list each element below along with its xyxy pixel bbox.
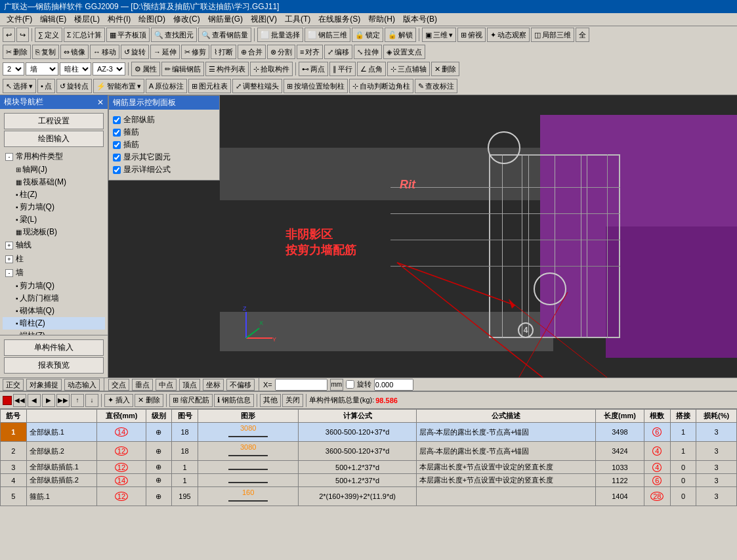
btn-perp[interactable]: 垂点	[132, 379, 153, 391]
btn-check-mark[interactable]: ✎ 查改标注	[415, 79, 457, 93]
sidebar-close-icon[interactable]: ✕	[97, 98, 104, 107]
tree-hidden-column[interactable]: ▪ 暗柱(Z)	[3, 317, 105, 330]
table-container[interactable]: 筋号 直径(mm) 级别 图号 图形 计算公式 公式描述 长度(mm) 根数 搭…	[0, 409, 737, 526]
btn-nav-next[interactable]: ▶	[42, 394, 55, 407]
tree-beam[interactable]: ▪ 梁(L)	[3, 213, 105, 226]
tree-axis-section[interactable]: + 轴线	[3, 238, 105, 252]
btn-break[interactable]: ⌇ 打断	[211, 45, 236, 59]
btn-other[interactable]: 其他	[260, 394, 281, 407]
table-row[interactable]: 4全部纵筋插筋.214⊕1500+1.2*37*d本层露出长度+节点设置中设定的…	[1, 474, 737, 487]
btn-calculate[interactable]: Σ 汇总计算	[64, 28, 105, 42]
btn-two-point[interactable]: ⊷ 两点	[299, 62, 328, 76]
menu-draw[interactable]: 绘图(D)	[135, 12, 169, 26]
btn-merge[interactable]: ⊕ 合并	[238, 45, 266, 59]
btn-vertex[interactable]: 顶点	[179, 379, 200, 391]
btn-undo[interactable]: ↩	[3, 28, 15, 42]
btn-delete[interactable]: ✂ 删除	[3, 45, 31, 59]
tree-civil-defense[interactable]: ▪ 人防门框墙	[3, 292, 105, 305]
btn-rotate[interactable]: ↺ 旋转	[121, 45, 149, 59]
floor-type-select[interactable]: 墙	[26, 62, 58, 75]
btn-parallel[interactable]: ∥ 平行	[329, 62, 356, 76]
btn-adjust-column[interactable]: ⤢ 调整柱端头	[232, 79, 282, 93]
menu-edit[interactable]: 编辑(E)	[36, 12, 70, 26]
btn-coord[interactable]: 坐标	[203, 379, 224, 391]
sidebar-eng-draw[interactable]: 绘图输入	[4, 131, 104, 147]
btn-delete-axis[interactable]: ✕ 删除	[431, 62, 459, 76]
btn-full[interactable]: 全	[576, 28, 589, 42]
btn-table-delete[interactable]: ✕ 删除	[135, 394, 163, 407]
btn-point-draw[interactable]: • 点	[37, 79, 55, 93]
btn-edit-rebar[interactable]: ✏ 编辑钢筋	[161, 62, 204, 76]
btn-nav-last[interactable]: ▶▶	[56, 394, 70, 407]
menu-view[interactable]: 视图(V)	[247, 12, 281, 26]
btn-point-angle[interactable]: ∠ 点角	[357, 62, 386, 76]
component-type-select[interactable]: 暗柱	[60, 62, 91, 75]
tree-axis[interactable]: ⊞ 轴网(J)	[3, 163, 105, 176]
btn-editshift[interactable]: ⤢ 编移	[324, 45, 352, 59]
tree-end-column[interactable]: ▪ 端柱(Z)	[3, 330, 105, 335]
cb-insert-input[interactable]	[113, 141, 121, 149]
menu-online[interactable]: 在线服务(S)	[314, 12, 364, 26]
btn-dynamic-view[interactable]: ✦ 动态观察	[487, 28, 530, 42]
btn-unlock[interactable]: 🔓 解锁	[385, 28, 416, 42]
tree-shear-wall-2[interactable]: ▪ 剪力墙(Q)	[3, 280, 105, 292]
btn-draw-column[interactable]: ⊞ 按墙位置绘制柱	[284, 79, 348, 93]
cb-all-rebar-input[interactable]	[113, 116, 121, 124]
tree-common-types[interactable]: - 常用构件类型	[3, 150, 105, 163]
btn-single-input[interactable]: 单构件输入	[4, 339, 104, 356]
btn-define[interactable]: ∑ 定义	[35, 28, 62, 42]
tree-wall-section[interactable]: - 墙	[3, 266, 105, 280]
table-row[interactable]: 2全部纵筋.212⊕1830803600-500-120+37*d层高-本层的露…	[1, 442, 737, 461]
btn-dynamic-input[interactable]: 动态输入	[64, 379, 100, 391]
table-row[interactable]: 1全部纵筋.114⊕1830803600-500-120+37*d层高-本层的露…	[1, 423, 737, 442]
tree-masonry-wall[interactable]: ▪ 砌体墙(Q)	[3, 305, 105, 317]
btn-scale-rebar[interactable]: ⊞ 缩尺配筋	[169, 394, 213, 407]
btn-no-offset[interactable]: 不偏移	[226, 379, 255, 391]
btn-report-preview[interactable]: 报表预览	[4, 357, 104, 374]
menu-component[interactable]: 构件(I)	[104, 12, 135, 26]
menu-help[interactable]: 帮助(H)	[364, 12, 399, 26]
btn-midpoint[interactable]: 中点	[156, 379, 177, 391]
btn-original-mark[interactable]: A 原位标注	[146, 79, 187, 93]
btn-rebar-info[interactable]: ℹ 钢筋信息	[214, 394, 254, 407]
menu-file[interactable]: 文件(F)	[3, 12, 36, 26]
btn-three-point[interactable]: ⊹ 三点辅轴	[387, 62, 430, 76]
btn-nav-prev[interactable]: ◀	[28, 394, 41, 407]
btn-align[interactable]: ≡ 对齐	[297, 45, 323, 59]
btn-top-view[interactable]: ⊞ 俯视	[457, 28, 486, 42]
rotate-input[interactable]	[374, 379, 413, 391]
btn-find[interactable]: 🔍 查找图元	[151, 28, 197, 42]
btn-split[interactable]: ⊗ 分割	[267, 45, 295, 59]
btn-insert[interactable]: ✦ 插入	[104, 394, 133, 407]
x-input[interactable]	[275, 379, 327, 391]
btn-local-3d[interactable]: ◫ 局部三维	[531, 28, 574, 42]
btn-move[interactable]: ↔ 移动	[90, 45, 119, 59]
btn-intersection[interactable]: 交点	[108, 379, 129, 391]
btn-property[interactable]: ⚙ 属性	[131, 62, 160, 76]
tree-raft[interactable]: ▦ 筏板基础(M)	[3, 176, 105, 188]
btn-mirror[interactable]: ⇔ 镜像	[60, 45, 89, 59]
rotate-checkbox[interactable]	[346, 380, 354, 389]
menu-version[interactable]: 版本号(B)	[399, 12, 441, 26]
cb-formula-input[interactable]	[113, 166, 121, 174]
btn-copy[interactable]: ⎘ 复制	[32, 45, 59, 59]
table-row[interactable]: 5箍筋.112⊕1951602*(160+399)+2*(11.9*d)1404…	[1, 487, 737, 506]
tree-column[interactable]: ▪ 柱(Z)	[3, 188, 105, 201]
btn-rebar-3d[interactable]: ⬜ 钢筋三维	[305, 28, 350, 42]
az-select[interactable]: AZ-3	[93, 62, 125, 75]
btn-select[interactable]: ↖ 选择 ▾	[3, 79, 36, 93]
btn-orthogonal[interactable]: 正交	[3, 379, 24, 391]
btn-obj-snap[interactable]: 对象捕捉	[26, 379, 62, 391]
tree-slab[interactable]: ▦ 现浇板(B)	[3, 226, 105, 238]
btn-level-top[interactable]: ▦ 平齐板顶	[106, 28, 150, 42]
btn-lock[interactable]: 🔒 锁定	[352, 28, 383, 42]
floor-select[interactable]: 2	[3, 62, 24, 75]
btn-nav-down[interactable]: ↓	[85, 394, 98, 407]
table-row[interactable]: 3全部纵筋插筋.112⊕1500+1.2*37*d本层露出长度+节点设置中设定的…	[1, 461, 737, 474]
btn-smart-layout[interactable]: ⚡ 智能布置 ▾	[93, 79, 144, 93]
menu-rebar[interactable]: 钢筋量(G)	[204, 12, 247, 26]
btn-stretch[interactable]: ⤡ 拉伸	[354, 45, 382, 59]
menu-tools[interactable]: 工具(T)	[281, 12, 314, 26]
btn-trim[interactable]: ✂ 修剪	[181, 45, 209, 59]
btn-view-rebar[interactable]: 🔍 查看钢筋量	[198, 28, 251, 42]
